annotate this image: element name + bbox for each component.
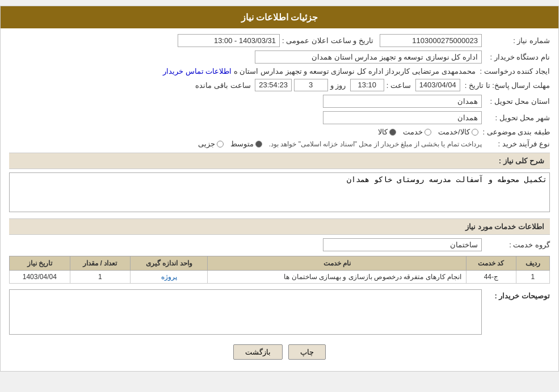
noeFarayand-jozei-label: جزیی	[198, 140, 215, 148]
cell-vahed: پروژه	[131, 271, 208, 284]
tosifKharidar-label: توصیحات خریدار :	[482, 289, 550, 300]
tarikh-mande: 23:54:23	[255, 79, 292, 91]
noeFarayand-motavaset-item: متوسط	[230, 140, 262, 148]
back-button[interactable]: بازگشت	[233, 344, 283, 360]
tabaghe-kala-label: کالا	[378, 128, 388, 136]
tabaghe-label: طبقه بندی موضوعی :	[478, 128, 550, 136]
tarikh-mande-label: ساعت باقی مانده	[193, 81, 253, 90]
noeFarayand-note: پرداخت تمام یا بخشی از مبلغ خریدار از مح…	[269, 140, 482, 148]
cell-radif: 1	[516, 271, 549, 284]
tabaghe-kala-khedmat-item: کالا/خدمت	[438, 128, 478, 136]
table-row: 1 ج-44 انجام کارهای متفرقه درخصوص بازساز…	[10, 271, 550, 284]
shahr-value: همدان	[323, 111, 482, 124]
col-tarikh: تاریخ نیاز	[10, 256, 70, 271]
namDastgah-label: نام دستگاه خریدار :	[482, 53, 550, 61]
services-table: ردیف کد خدمت نام خدمت واحد اندازه گیری ت…	[9, 256, 550, 284]
tabaghe-khedmat-label: خدمت	[403, 128, 423, 136]
col-radif: ردیف	[516, 256, 549, 271]
cell-tarikh: 1403/04/04	[10, 271, 70, 284]
noeFarayand-label: نوع فرآیند خرید :	[482, 140, 550, 148]
tabaghe-kala-item: کالا	[378, 128, 396, 136]
col-nam: نام خدمت	[208, 256, 466, 271]
tabaghe-radiogroup: کالا/خدمت خدمت کالا	[378, 128, 478, 136]
page-header: جزئیات اطلاعات نیاز	[1, 6, 558, 28]
ijadKonande-link[interactable]: اطلاعات تماس خریدار	[163, 67, 232, 75]
tarikh-label: مهلت ارسال پاسخ: تا تاریخ :	[460, 81, 550, 90]
cell-tedad: 1	[70, 271, 130, 284]
cell-nam: انجام کارهای متفرقه درخصوص بازسازی و بهس…	[208, 271, 466, 284]
tabaghe-khedmat-radio[interactable]	[424, 129, 431, 136]
tabaghe-kala-khedmat-label: کالا/خدمت	[438, 128, 470, 136]
shahr-label: شهر محل تحویل :	[482, 113, 550, 122]
tarikh-date: 1403/04/04	[415, 79, 460, 91]
tarikh-roz-label: روز و	[328, 81, 348, 90]
ostan-value: همدان	[323, 95, 482, 108]
col-tedad: تعداد / مقدار	[70, 256, 130, 271]
button-row: چاپ بازگشت	[9, 344, 550, 360]
tosifKharidar-textarea[interactable]	[9, 289, 482, 335]
col-kod: کد خدمت	[466, 256, 516, 271]
groheKhedmat-value: ساختمان	[323, 238, 482, 251]
col-vahed: واحد اندازه گیری	[131, 256, 208, 271]
tarikh-elan-label: تاریخ و ساعت اعلان عمومی :	[280, 36, 376, 45]
ijadKonande-label: ایجاد کننده درخواست :	[476, 67, 550, 75]
shomareNiaz-label: شماره نیاز :	[482, 36, 550, 45]
services-table-container: ردیف کد خدمت نام خدمت واحد اندازه گیری ت…	[9, 256, 550, 284]
tabaghe-kala-radio[interactable]	[389, 129, 396, 136]
tarikh-saat: 13:10	[350, 79, 384, 91]
page-title: جزئیات اطلاعات نیاز	[241, 12, 318, 22]
noeFarayand-jozei-item: جزیی	[198, 140, 224, 148]
sharhKoli-section-title: شرح کلی نیاز :	[9, 153, 550, 169]
tabaghe-khedmat-item: خدمت	[403, 128, 431, 136]
tarikh-elan-value: 1403/03/31 - 13:00	[178, 34, 280, 47]
tarikh-roz: 3	[294, 79, 328, 91]
namDastgah-value: اداره کل نوسازی توسعه و تجهیز مدارس استا…	[255, 50, 482, 64]
cell-kod: ج-44	[466, 271, 516, 284]
noeFarayand-motavaset-label: متوسط	[230, 140, 254, 148]
groheKhedmat-label: گروه خدمت :	[482, 241, 550, 249]
ostan-label: استان محل تحویل :	[482, 97, 550, 106]
shomareNiaz-value: 1103000275000023	[380, 34, 482, 47]
khadamat-section-title: اطلاعات خدمات مورد نیاز	[9, 218, 550, 235]
tarikh-saat-label: ساعت :	[384, 81, 413, 90]
sharhKoli-textarea[interactable]	[9, 172, 550, 212]
print-button[interactable]: چاپ	[288, 344, 326, 360]
noeFarayand-motavaset-radio[interactable]	[255, 141, 262, 147]
tabaghe-kala-khedmat-radio[interactable]	[472, 129, 478, 136]
noeFarayand-jozei-radio[interactable]	[217, 141, 224, 147]
noeFarayand-radiogroup: پرداخت تمام یا بخشی از مبلغ خریدار از مح…	[198, 140, 482, 148]
ijadKonande-value: محمدمهدی مرتضایی کاربرداز اداره کل نوساز…	[234, 67, 476, 75]
